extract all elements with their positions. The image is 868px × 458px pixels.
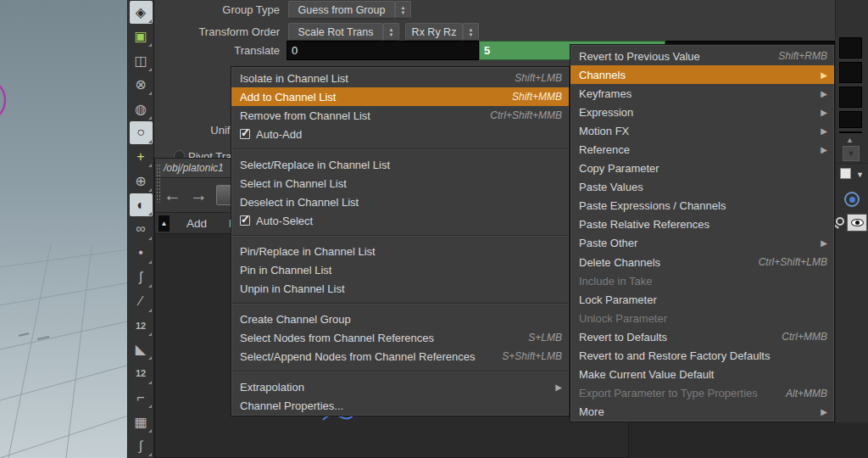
menu-separator (231, 230, 569, 242)
panel-tab[interactable]: Add (181, 217, 212, 230)
translate-label: Translate (156, 44, 280, 57)
menu-item[interactable]: Make Current Value Default ▶ (570, 366, 834, 384)
add-light-icon[interactable]: + (130, 145, 153, 168)
param-field-fragment[interactable] (839, 87, 862, 108)
lights-off-icon[interactable]: ⊗ (130, 73, 153, 96)
transform-order-label: Transform Order (156, 25, 280, 38)
menu-separator (231, 143, 569, 155)
menu-item[interactable]: Add to Channel List Shift+MMB ▶ (231, 87, 569, 106)
forward-arrow-icon[interactable]: → (190, 187, 208, 204)
submenu-arrow-icon: ▶ (821, 145, 827, 154)
menu-item[interactable]: Unpin in Channel List ▶ (231, 279, 569, 298)
prim-normals-icon[interactable]: ◣ (130, 338, 153, 360)
menu-item[interactable]: Expression ▶ (570, 103, 834, 121)
hook-marker-icon[interactable]: ʃ (130, 265, 153, 288)
menu-item[interactable]: Paste Relative References ▶ (570, 215, 834, 234)
menu-item[interactable]: Extrapolation ▶ (231, 377, 569, 396)
submenu-arrow-icon: ▶ (555, 383, 562, 392)
pin-light-icon[interactable]: ⊕ (130, 170, 153, 193)
param-field-fragment[interactable] (839, 37, 862, 59)
submenu-arrow-icon: ▶ (821, 238, 827, 248)
submenu-arrow-icon: ▶ (821, 126, 827, 136)
param-field-fragment[interactable] (839, 62, 862, 83)
prim-numbers-icon[interactable]: 12 (130, 362, 153, 385)
checkbox-icon (240, 129, 250, 139)
rotate-order-dropdown[interactable]: Rx Ry Rz (405, 23, 463, 41)
menu-item[interactable]: Keyframes ▶ (570, 84, 834, 103)
color-swatch[interactable] (840, 168, 851, 179)
group-type-label: Group Type (156, 3, 280, 16)
menu-item[interactable]: Revert to and Restore Factory Defaults ▶ (570, 347, 834, 366)
menu-item[interactable]: Pin in Channel List ▶ (231, 260, 569, 279)
selection-highlight-arc (0, 79, 5, 121)
divider (836, 163, 868, 164)
menu-item[interactable]: Revert to Previous Value Shift+RMB ▶ (570, 47, 834, 65)
menu-item[interactable]: Export Parameter to Type Properties Alt+… (570, 384, 834, 403)
shaded-glasses-icon[interactable]: ∞ (130, 218, 153, 241)
headlight-icon[interactable]: ○ (130, 121, 153, 144)
viewport-layout-icon[interactable]: ◈ (130, 1, 153, 24)
menu-item[interactable]: Create Channel Group ▶ (231, 310, 569, 328)
menu-item[interactable]: Deselect in Channel List ▶ (231, 193, 569, 211)
menu-item[interactable]: Copy Parameter ▶ (570, 159, 834, 178)
menu-item[interactable]: Paste Expressions / Channels ▶ (570, 197, 834, 215)
param-field-fragment[interactable] (839, 111, 862, 128)
menu-item[interactable]: Paste Values ▶ (570, 178, 834, 197)
menu-item[interactable]: Lock Parameter ▶ (570, 290, 834, 309)
slider-track-fragment (839, 131, 862, 133)
menu-item[interactable]: Pin/Replace in Channel List ▶ (231, 242, 569, 260)
search-icon[interactable] (836, 217, 844, 226)
menu-item[interactable]: Isolate in Channel List Shift+LMB ▶ (231, 69, 569, 87)
lock-icon[interactable]: ◫ (130, 49, 153, 72)
menu-separator (231, 298, 569, 310)
translate-x-field[interactable]: 0 (287, 41, 479, 60)
channel-context-menu: Isolate in Channel List Shift+LMB ▶ Add … (231, 66, 570, 416)
panel-drag-grip[interactable] (156, 164, 161, 203)
menu-item[interactable]: Unlock Parameter ▶ (570, 309, 834, 327)
menu-item[interactable]: Select/Append Nodes from Channel Referen… (231, 347, 569, 366)
display-checker-icon[interactable]: ◐ (130, 193, 153, 216)
menu-item[interactable]: Channels ▶ (570, 65, 834, 84)
pen-marker-icon[interactable]: ∕ (130, 290, 153, 313)
submenu-arrow-icon: ▶ (821, 70, 827, 80)
menu-item[interactable]: Remove from Channel List Ctrl+Shift+MMB … (231, 106, 569, 125)
menu-item[interactable]: Include in Take ▶ (570, 271, 834, 290)
menu-item[interactable]: More ▶ (570, 403, 834, 422)
menu-item[interactable]: Auto-Add ▶ (231, 125, 569, 143)
checkbox-icon (240, 215, 250, 226)
snap-options-icon[interactable]: ▣ (130, 25, 153, 47)
group-type-dropdown[interactable]: Guess from Group (288, 1, 395, 19)
node-path: /obj/platonic1 (164, 162, 224, 174)
material-sphere-icon[interactable]: ◍ (130, 98, 153, 120)
submenu-arrow-icon: ▶ (821, 407, 827, 416)
display-options-toolbar: ◈ ▣ ◫ ⊗ ◍ ○ + ⊕ ◐ ∞ • ʃ (127, 0, 154, 458)
point-marker-icon[interactable]: • (130, 242, 153, 265)
transform-order-dropdown[interactable]: Scale Rot Trans (288, 23, 383, 41)
menu-item[interactable]: Revert to Defaults Ctrl+MMB ▶ (570, 327, 834, 346)
group-type-spinner[interactable]: ▲▼ (395, 1, 411, 19)
brush-icon[interactable]: ∫ (130, 434, 153, 457)
houdini-window: ◈ ▣ ◫ ⊗ ◍ ○ + ⊕ ◐ ∞ • ʃ (0, 0, 868, 458)
transform-order-spinner[interactable]: ▲▼ (383, 23, 399, 41)
menu-item[interactable]: Delete Channels Ctrl+Shift+LMB ▶ (570, 253, 834, 271)
menu-item[interactable]: Motion FX ▶ (570, 121, 834, 140)
menu-item[interactable]: Reference ▶ (570, 140, 834, 159)
menu-item[interactable]: Channel Properties... ▶ (231, 396, 569, 415)
menu-item[interactable]: Auto-Select ▶ (231, 211, 569, 230)
menu-item[interactable]: Select in Channel List ▶ (231, 174, 569, 193)
scroll-down-icon[interactable]: ▼ (843, 146, 860, 161)
handle-region-icon[interactable]: ▦ (130, 411, 153, 433)
point-numbers-icon[interactable]: 12 (130, 314, 153, 337)
visibility-eye-icon[interactable] (847, 214, 867, 232)
target-icon[interactable] (844, 192, 860, 207)
profile-curve-icon[interactable]: ⌐ (130, 386, 153, 409)
menu-item[interactable]: Select Nodes from Channel References S+L… (231, 328, 569, 347)
scroll-up-icon[interactable]: ▲ (846, 136, 854, 144)
menu-separator (231, 366, 569, 377)
menu-item[interactable]: Select/Replace in Channel List ▶ (231, 155, 569, 174)
menu-item[interactable]: Paste Other ▶ (570, 234, 834, 253)
tab-scroll-up-icon[interactable]: ▲ (159, 215, 170, 232)
back-arrow-icon[interactable]: ← (164, 187, 181, 204)
swatch-dropdown-icon[interactable]: ▼ (856, 170, 864, 179)
rotate-order-spinner[interactable]: ▲▼ (463, 23, 479, 41)
